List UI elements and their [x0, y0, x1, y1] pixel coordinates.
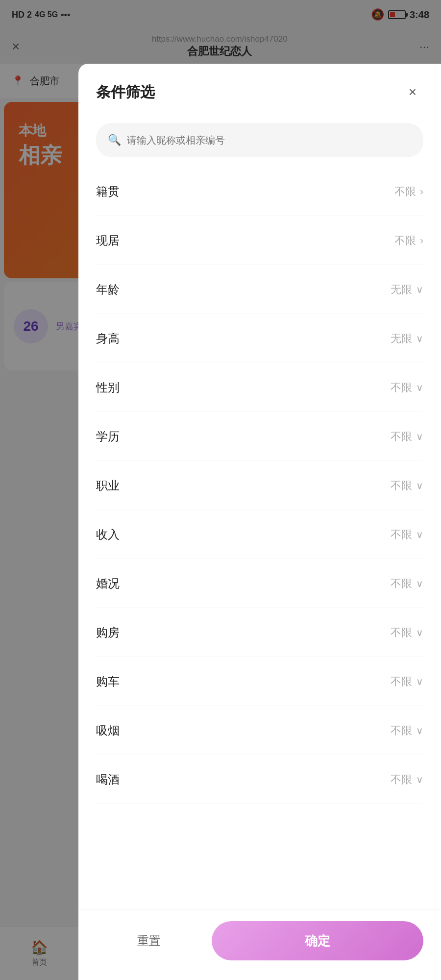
filter-label-career: 职业: [96, 478, 120, 493]
filter-value-text-marriage: 不限: [391, 576, 412, 591]
filter-label-marriage: 婚况: [96, 576, 120, 591]
arrow-icon-xianju: ›: [420, 235, 423, 246]
chevron-icon-house: ∨: [416, 627, 423, 638]
chevron-icon-education: ∨: [416, 431, 423, 442]
filter-item-marriage[interactable]: 婚况 不限 ∨: [96, 559, 423, 608]
filter-item-house[interactable]: 购房 不限 ∨: [96, 608, 423, 657]
arrow-icon-jiguan: ›: [420, 186, 423, 197]
filter-label-xianju: 现居: [96, 233, 120, 248]
chevron-icon-gender: ∨: [416, 382, 423, 393]
filter-value-text-career: 不限: [391, 478, 412, 493]
reset-button[interactable]: 重置: [96, 921, 202, 960]
filter-list: 籍贯 不限 › 现居 不限 › 年龄 无限 ∨ 身高 无限 ∨: [78, 167, 441, 909]
filter-label-height: 身高: [96, 331, 120, 346]
filter-item-income[interactable]: 收入 不限 ∨: [96, 510, 423, 559]
filter-value-text-jiguan: 不限: [394, 184, 416, 199]
filter-value-text-gender: 不限: [391, 380, 412, 395]
filter-value-education: 不限 ∨: [391, 429, 423, 444]
modal-footer: 重置 确定: [78, 909, 441, 980]
filter-item-xianju[interactable]: 现居 不限 ›: [96, 216, 423, 265]
filter-value-text-xianju: 不限: [394, 233, 416, 248]
filter-value-text-car: 不限: [391, 674, 412, 689]
filter-item-height[interactable]: 身高 无限 ∨: [96, 314, 423, 363]
chevron-icon-marriage: ∨: [416, 578, 423, 589]
filter-value-drink: 不限 ∨: [391, 772, 423, 787]
search-input[interactable]: [127, 135, 412, 146]
filter-value-xianju: 不限 ›: [394, 233, 423, 248]
filter-value-text-drink: 不限: [391, 772, 412, 787]
chevron-icon-car: ∨: [416, 676, 423, 687]
filter-item-age[interactable]: 年龄 无限 ∨: [96, 265, 423, 314]
filter-label-income: 收入: [96, 527, 120, 542]
filter-value-text-education: 不限: [391, 429, 412, 444]
filter-label-age: 年龄: [96, 282, 120, 297]
modal-close-button[interactable]: ×: [402, 81, 423, 103]
filter-item-gender[interactable]: 性别 不限 ∨: [96, 363, 423, 412]
filter-label-house: 购房: [96, 625, 120, 640]
modal-header: 条件筛选 ×: [78, 64, 441, 113]
filter-item-smoke[interactable]: 吸烟 不限 ∨: [96, 706, 423, 755]
filter-value-text-age: 无限: [391, 282, 412, 297]
filter-value-jiguan: 不限 ›: [394, 184, 423, 199]
confirm-button[interactable]: 确定: [212, 921, 423, 960]
filter-item-education[interactable]: 学历 不限 ∨: [96, 412, 423, 461]
filter-value-smoke: 不限 ∨: [391, 723, 423, 738]
filter-modal: 条件筛选 × 🔍 籍贯 不限 › 现居 不限 › 年龄 无限 ∨: [78, 64, 441, 980]
filter-item-car[interactable]: 购车 不限 ∨: [96, 657, 423, 706]
filter-item-career[interactable]: 职业 不限 ∨: [96, 461, 423, 510]
filter-value-car: 不限 ∨: [391, 674, 423, 689]
filter-item-jiguan[interactable]: 籍贯 不限 ›: [96, 167, 423, 216]
filter-value-text-height: 无限: [391, 331, 412, 346]
filter-label-smoke: 吸烟: [96, 723, 120, 738]
filter-label-jiguan: 籍贯: [96, 184, 120, 199]
filter-value-height: 无限 ∨: [391, 331, 423, 346]
chevron-icon-smoke: ∨: [416, 725, 423, 736]
filter-value-age: 无限 ∨: [391, 282, 423, 297]
filter-value-text-smoke: 不限: [391, 723, 412, 738]
chevron-icon-income: ∨: [416, 529, 423, 540]
chevron-icon-age: ∨: [416, 284, 423, 295]
search-icon: 🔍: [108, 134, 121, 147]
chevron-icon-drink: ∨: [416, 774, 423, 785]
chevron-icon-career: ∨: [416, 480, 423, 491]
filter-item-drink[interactable]: 喝酒 不限 ∨: [96, 755, 423, 804]
filter-value-gender: 不限 ∨: [391, 380, 423, 395]
filter-value-text-income: 不限: [391, 527, 412, 542]
filter-value-income: 不限 ∨: [391, 527, 423, 542]
filter-value-marriage: 不限 ∨: [391, 576, 423, 591]
filter-label-drink: 喝酒: [96, 772, 120, 787]
filter-label-education: 学历: [96, 429, 120, 444]
modal-title: 条件筛选: [96, 82, 155, 102]
filter-label-car: 购车: [96, 674, 120, 689]
filter-value-house: 不限 ∨: [391, 625, 423, 640]
filter-label-gender: 性别: [96, 380, 120, 395]
search-bar: 🔍: [96, 123, 423, 157]
chevron-icon-height: ∨: [416, 333, 423, 344]
filter-value-text-house: 不限: [391, 625, 412, 640]
filter-value-career: 不限 ∨: [391, 478, 423, 493]
